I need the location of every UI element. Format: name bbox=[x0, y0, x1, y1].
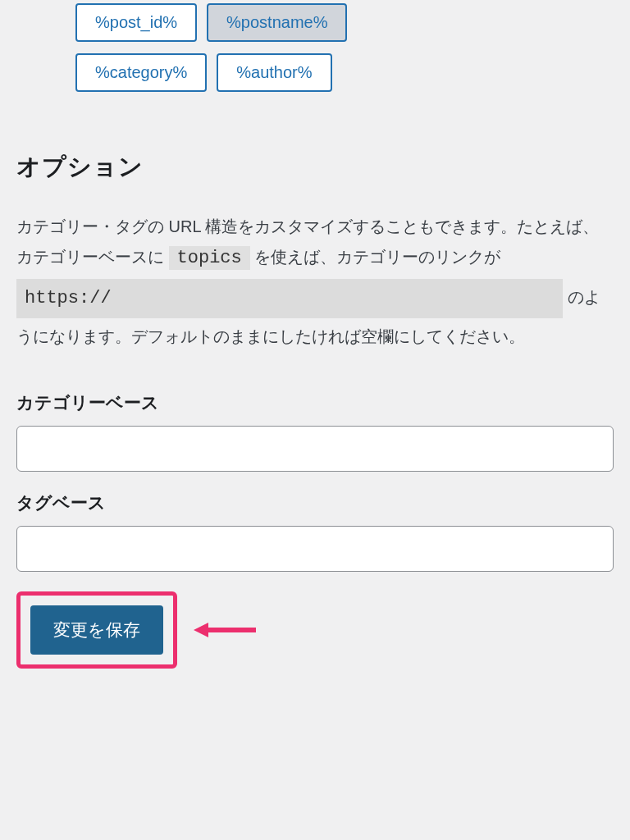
tag-row-1: %post_id% %postname% bbox=[75, 3, 614, 42]
arrow-left-icon bbox=[194, 620, 256, 640]
tag-author-button[interactable]: %author% bbox=[217, 53, 331, 92]
tag-row-2: %category% %author% bbox=[75, 53, 614, 92]
options-description: カテゴリー・タグの URL 構造をカスタマイズすることもできます。たとえば、カテ… bbox=[16, 212, 614, 352]
tag-post-id-button[interactable]: %post_id% bbox=[75, 3, 197, 42]
category-base-label: カテゴリーベース bbox=[16, 391, 614, 414]
desc-url-preview: https:// bbox=[16, 279, 563, 319]
highlight-annotation: 変更を保存 bbox=[16, 591, 177, 669]
desc-code-example: topics bbox=[169, 246, 250, 270]
tag-postname-button[interactable]: %postname% bbox=[207, 3, 347, 42]
tag-base-input[interactable] bbox=[16, 526, 614, 572]
tag-base-label: タグベース bbox=[16, 491, 614, 514]
options-heading: オプション bbox=[16, 151, 614, 184]
submit-row: 変更を保存 bbox=[16, 591, 614, 669]
permalink-tag-buttons: %post_id% %postname% %category% %author% bbox=[16, 0, 614, 92]
save-changes-button[interactable]: 変更を保存 bbox=[30, 605, 163, 655]
tag-category-button[interactable]: %category% bbox=[75, 53, 207, 92]
desc-text-2: を使えば、カテゴリーのリンクが bbox=[254, 248, 500, 266]
svg-marker-1 bbox=[194, 623, 208, 637]
category-base-input[interactable] bbox=[16, 426, 614, 472]
